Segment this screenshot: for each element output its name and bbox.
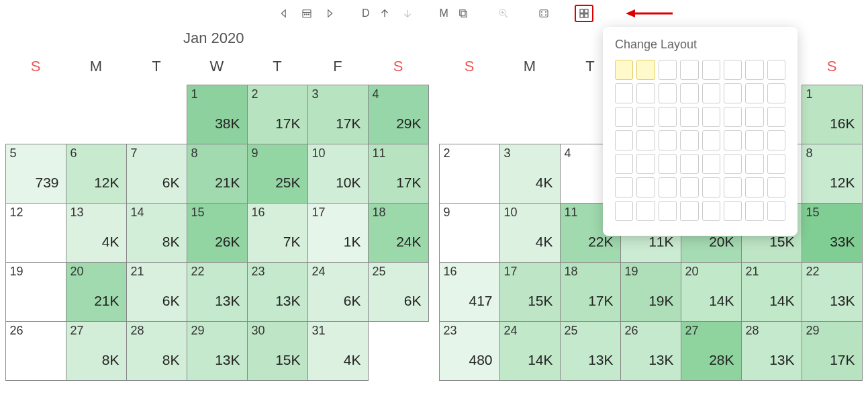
day-cell[interactable]: 34K <box>499 144 561 204</box>
day-cell[interactable]: 116K <box>802 85 863 144</box>
day-cell[interactable]: 104K <box>499 203 561 263</box>
day-cell[interactable]: 256K <box>368 262 429 322</box>
day-cell[interactable]: 2313K <box>247 262 308 322</box>
day-cell[interactable]: 1526K <box>187 203 248 263</box>
layout-cell[interactable] <box>724 177 742 197</box>
day-cell[interactable]: 2014K <box>681 262 742 322</box>
layout-cell[interactable] <box>745 60 763 80</box>
layout-cell[interactable] <box>636 177 655 197</box>
day-cell[interactable]: 1010K <box>307 144 369 204</box>
day-cell[interactable]: 16417 <box>439 262 500 322</box>
layout-cell[interactable] <box>680 201 698 221</box>
layout-cell[interactable] <box>659 130 677 150</box>
layout-cell[interactable] <box>636 201 655 221</box>
layout-cell[interactable] <box>680 154 698 174</box>
layout-cell[interactable] <box>702 107 720 127</box>
day-cell[interactable]: 171K <box>307 203 369 263</box>
layout-cell[interactable] <box>702 60 720 80</box>
arrow-up-icon[interactable] <box>375 5 394 22</box>
layout-cell[interactable] <box>702 130 720 150</box>
layout-cell[interactable] <box>767 130 785 150</box>
day-cell[interactable]: 216K <box>126 262 187 322</box>
day-cell[interactable]: 821K <box>187 144 248 204</box>
layout-cell[interactable] <box>767 154 785 174</box>
layout-cell[interactable] <box>636 60 655 80</box>
day-cell[interactable]: 288K <box>126 321 187 381</box>
layout-cell[interactable] <box>659 83 677 103</box>
day-cell[interactable]: 612K <box>66 144 127 204</box>
day-cell[interactable]: 1817K <box>560 262 621 322</box>
day-cell[interactable]: 1533K <box>802 203 863 263</box>
day-cell[interactable]: 134K <box>66 203 127 263</box>
layout-cell[interactable] <box>615 83 633 103</box>
day-cell[interactable]: 2213K <box>187 262 248 322</box>
layout-cell[interactable] <box>615 201 633 221</box>
layout-cell[interactable] <box>615 130 633 150</box>
layout-cell[interactable] <box>659 107 677 127</box>
day-cell[interactable]: 138K <box>187 85 248 144</box>
day-cell[interactable]: 812K <box>802 144 863 204</box>
layout-cell[interactable] <box>659 177 677 197</box>
day-cell[interactable]: 1824K <box>368 203 429 263</box>
layout-cell[interactable] <box>745 83 763 103</box>
layout-cell[interactable] <box>680 83 698 103</box>
day-cell[interactable]: 1715K <box>499 262 561 322</box>
layout-cell[interactable] <box>615 154 633 174</box>
layout-cell[interactable] <box>680 130 698 150</box>
copy-icon[interactable] <box>454 5 473 22</box>
day-cell[interactable]: 925K <box>247 144 308 204</box>
day-cell[interactable]: 5739 <box>5 144 66 204</box>
day-cell[interactable]: 2021K <box>66 262 127 322</box>
day-cell[interactable]: 314K <box>307 321 369 381</box>
day-cell[interactable]: 278K <box>66 321 127 381</box>
layout-cell[interactable] <box>724 83 742 103</box>
day-cell[interactable]: 2114K <box>741 262 802 322</box>
layout-cell[interactable] <box>724 154 742 174</box>
layout-cell[interactable] <box>636 83 655 103</box>
change-layout-icon[interactable] <box>575 5 593 22</box>
day-cell[interactable]: 3015K <box>247 321 308 381</box>
layout-cell[interactable] <box>724 60 742 80</box>
fullscreen-icon[interactable] <box>534 5 553 22</box>
day-cell[interactable]: 2728K <box>681 321 742 381</box>
month-mode-label[interactable]: M <box>438 7 450 19</box>
layout-cell[interactable] <box>680 60 698 80</box>
day-cell[interactable]: 19 <box>5 262 66 322</box>
layout-cell[interactable] <box>680 177 698 197</box>
day-cell[interactable]: 12 <box>5 203 66 263</box>
layout-cell[interactable] <box>702 154 720 174</box>
layout-cell[interactable] <box>724 130 742 150</box>
layout-cell[interactable] <box>702 177 720 197</box>
layout-cell[interactable] <box>659 201 677 221</box>
layout-cell[interactable] <box>702 201 720 221</box>
day-cell[interactable]: 2414K <box>499 321 561 381</box>
layout-cell[interactable] <box>767 177 785 197</box>
day-cell[interactable]: 167K <box>247 203 308 263</box>
day-mode-label[interactable]: D <box>360 7 371 19</box>
next-icon[interactable] <box>320 5 339 22</box>
layout-cell[interactable] <box>745 107 763 127</box>
day-cell[interactable]: 2513K <box>560 321 621 381</box>
layout-cell[interactable] <box>767 60 785 80</box>
day-cell[interactable]: 148K <box>126 203 187 263</box>
day-cell[interactable]: 2813K <box>741 321 802 381</box>
day-cell[interactable]: 1117K <box>368 144 429 204</box>
day-cell[interactable]: 217K <box>247 85 308 144</box>
layout-cell[interactable] <box>659 154 677 174</box>
day-cell[interactable]: 1919K <box>620 262 681 322</box>
layout-cell[interactable] <box>745 130 763 150</box>
day-cell[interactable]: 76K <box>126 144 187 204</box>
day-cell[interactable]: 26 <box>5 321 66 381</box>
layout-cell[interactable] <box>767 201 785 221</box>
day-cell[interactable]: 2913K <box>187 321 248 381</box>
layout-cell[interactable] <box>724 201 742 221</box>
calendar-icon[interactable] <box>297 5 316 22</box>
layout-cell[interactable] <box>745 201 763 221</box>
day-cell[interactable]: 2213K <box>802 262 863 322</box>
layout-cell[interactable] <box>702 83 720 103</box>
day-cell[interactable]: 2917K <box>802 321 863 381</box>
layout-cell[interactable] <box>767 107 785 127</box>
prev-icon[interactable] <box>275 5 293 22</box>
day-cell[interactable]: 2 <box>439 144 500 204</box>
layout-cell[interactable] <box>615 60 633 80</box>
